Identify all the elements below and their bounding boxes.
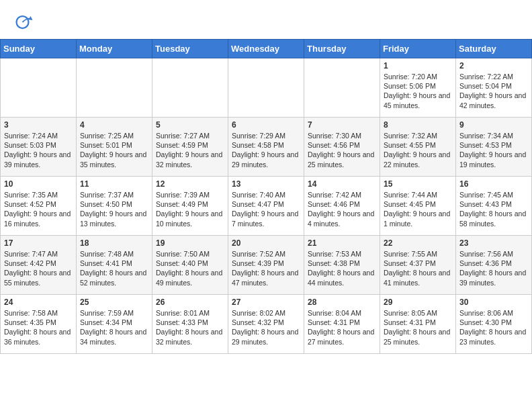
day-info: Sunrise: 8:02 AM Sunset: 4:32 PM Dayligh… (232, 308, 300, 347)
day-number: 9 (459, 120, 528, 130)
day-number: 25 (80, 298, 148, 307)
day-number: 26 (156, 298, 224, 307)
day-cell: 27Sunrise: 8:02 AM Sunset: 4:32 PM Dayli… (228, 295, 304, 354)
weekday-monday: Monday (77, 40, 152, 58)
day-cell: 22Sunrise: 7:55 AM Sunset: 4:37 PM Dayli… (380, 236, 456, 295)
day-info: Sunrise: 7:20 AM Sunset: 5:06 PM Dayligh… (384, 72, 452, 110)
day-info: Sunrise: 7:50 AM Sunset: 4:40 PM Dayligh… (156, 249, 224, 287)
day-number: 6 (232, 120, 300, 130)
day-info: Sunrise: 8:05 AM Sunset: 4:31 PM Dayligh… (384, 308, 452, 347)
day-cell: 3Sunrise: 7:24 AM Sunset: 5:03 PM Daylig… (1, 118, 77, 177)
day-number: 22 (384, 238, 452, 248)
day-cell: 20Sunrise: 7:52 AM Sunset: 4:39 PM Dayli… (228, 236, 304, 295)
weekday-friday: Friday (380, 40, 456, 58)
day-cell: 21Sunrise: 7:53 AM Sunset: 4:38 PM Dayli… (304, 236, 380, 295)
day-number: 24 (4, 298, 73, 307)
day-info: Sunrise: 7:29 AM Sunset: 4:58 PM Dayligh… (232, 131, 300, 169)
week-row-3: 10Sunrise: 7:35 AM Sunset: 4:52 PM Dayli… (1, 177, 532, 236)
day-number: 1 (384, 61, 452, 71)
day-info: Sunrise: 7:24 AM Sunset: 5:03 PM Dayligh… (4, 131, 73, 169)
day-cell: 26Sunrise: 8:01 AM Sunset: 4:33 PM Dayli… (152, 295, 228, 354)
day-cell (152, 58, 228, 118)
day-cell: 23Sunrise: 7:56 AM Sunset: 4:36 PM Dayli… (456, 236, 532, 295)
day-info: Sunrise: 8:01 AM Sunset: 4:33 PM Dayligh… (156, 308, 224, 347)
day-info: Sunrise: 7:42 AM Sunset: 4:46 PM Dayligh… (308, 190, 376, 228)
day-info: Sunrise: 7:59 AM Sunset: 4:34 PM Dayligh… (80, 308, 148, 347)
weekday-sunday: Sunday (1, 40, 77, 58)
weekday-saturday: Saturday (456, 40, 532, 58)
day-number: 14 (308, 179, 376, 189)
day-number: 7 (308, 120, 376, 130)
day-number: 10 (4, 179, 73, 189)
day-cell: 15Sunrise: 7:44 AM Sunset: 4:45 PM Dayli… (380, 177, 456, 236)
day-cell: 9Sunrise: 7:34 AM Sunset: 4:53 PM Daylig… (456, 118, 532, 177)
day-number: 12 (156, 179, 224, 189)
day-info: Sunrise: 7:34 AM Sunset: 4:53 PM Dayligh… (459, 131, 528, 169)
day-number: 3 (4, 120, 73, 130)
weekday-thursday: Thursday (304, 40, 380, 58)
day-number: 8 (384, 120, 452, 130)
day-info: Sunrise: 7:35 AM Sunset: 4:52 PM Dayligh… (4, 190, 73, 228)
day-number: 27 (232, 298, 300, 307)
day-cell: 28Sunrise: 8:04 AM Sunset: 4:31 PM Dayli… (304, 295, 380, 354)
day-cell: 17Sunrise: 7:47 AM Sunset: 4:42 PM Dayli… (1, 236, 77, 295)
day-info: Sunrise: 7:47 AM Sunset: 4:42 PM Dayligh… (4, 249, 73, 287)
day-info: Sunrise: 7:45 AM Sunset: 4:43 PM Dayligh… (459, 190, 528, 228)
day-info: Sunrise: 7:39 AM Sunset: 4:49 PM Dayligh… (156, 190, 224, 228)
day-cell: 19Sunrise: 7:50 AM Sunset: 4:40 PM Dayli… (152, 236, 228, 295)
day-number: 5 (156, 120, 224, 130)
day-info: Sunrise: 7:37 AM Sunset: 4:50 PM Dayligh… (80, 190, 148, 228)
day-info: Sunrise: 7:22 AM Sunset: 5:04 PM Dayligh… (459, 72, 528, 110)
day-cell: 24Sunrise: 7:58 AM Sunset: 4:35 PM Dayli… (1, 295, 77, 354)
weekday-header-row: SundayMondayTuesdayWednesdayThursdayFrid… (1, 40, 532, 58)
day-number: 23 (459, 238, 528, 248)
day-cell: 6Sunrise: 7:29 AM Sunset: 4:58 PM Daylig… (228, 118, 304, 177)
day-number: 18 (80, 238, 148, 248)
weekday-wednesday: Wednesday (228, 40, 304, 58)
day-number: 13 (232, 179, 300, 189)
day-number: 4 (80, 120, 148, 130)
day-info: Sunrise: 7:55 AM Sunset: 4:37 PM Dayligh… (384, 249, 452, 287)
week-row-2: 3Sunrise: 7:24 AM Sunset: 5:03 PM Daylig… (1, 118, 532, 177)
day-info: Sunrise: 7:44 AM Sunset: 4:45 PM Dayligh… (384, 190, 452, 228)
day-cell: 10Sunrise: 7:35 AM Sunset: 4:52 PM Dayli… (1, 177, 77, 236)
day-cell: 29Sunrise: 8:05 AM Sunset: 4:31 PM Dayli… (380, 295, 456, 354)
day-cell: 2Sunrise: 7:22 AM Sunset: 5:04 PM Daylig… (456, 58, 532, 118)
day-cell: 4Sunrise: 7:25 AM Sunset: 5:01 PM Daylig… (77, 118, 152, 177)
day-number: 30 (459, 298, 528, 307)
calendar-table: SundayMondayTuesdayWednesdayThursdayFrid… (0, 39, 532, 354)
day-cell: 1Sunrise: 7:20 AM Sunset: 5:06 PM Daylig… (380, 58, 456, 118)
week-row-4: 17Sunrise: 7:47 AM Sunset: 4:42 PM Dayli… (1, 236, 532, 295)
day-info: Sunrise: 7:32 AM Sunset: 4:55 PM Dayligh… (384, 131, 452, 169)
day-cell: 25Sunrise: 7:59 AM Sunset: 4:34 PM Dayli… (77, 295, 152, 354)
day-cell: 11Sunrise: 7:37 AM Sunset: 4:50 PM Dayli… (77, 177, 152, 236)
day-number: 29 (384, 298, 452, 307)
day-number: 16 (459, 179, 528, 189)
day-number: 2 (459, 61, 528, 71)
day-info: Sunrise: 7:52 AM Sunset: 4:39 PM Dayligh… (232, 249, 300, 287)
week-row-5: 24Sunrise: 7:58 AM Sunset: 4:35 PM Dayli… (1, 295, 532, 354)
day-cell: 14Sunrise: 7:42 AM Sunset: 4:46 PM Dayli… (304, 177, 380, 236)
day-info: Sunrise: 7:25 AM Sunset: 5:01 PM Dayligh… (80, 131, 148, 169)
day-cell (77, 58, 152, 118)
day-number: 20 (232, 238, 300, 248)
day-number: 19 (156, 238, 224, 248)
header (0, 0, 532, 36)
logo-icon (13, 12, 34, 32)
day-info: Sunrise: 7:30 AM Sunset: 4:56 PM Dayligh… (308, 131, 376, 169)
page: SundayMondayTuesdayWednesdayThursdayFrid… (0, 0, 532, 411)
week-row-1: 1Sunrise: 7:20 AM Sunset: 5:06 PM Daylig… (1, 58, 532, 118)
day-cell: 18Sunrise: 7:48 AM Sunset: 4:41 PM Dayli… (77, 236, 152, 295)
day-number: 28 (308, 298, 376, 307)
day-info: Sunrise: 8:04 AM Sunset: 4:31 PM Dayligh… (308, 308, 376, 347)
day-cell: 16Sunrise: 7:45 AM Sunset: 4:43 PM Dayli… (456, 177, 532, 236)
day-info: Sunrise: 7:56 AM Sunset: 4:36 PM Dayligh… (459, 249, 528, 287)
day-cell: 5Sunrise: 7:27 AM Sunset: 4:59 PM Daylig… (152, 118, 228, 177)
day-info: Sunrise: 7:27 AM Sunset: 4:59 PM Dayligh… (156, 131, 224, 169)
day-info: Sunrise: 7:58 AM Sunset: 4:35 PM Dayligh… (4, 308, 73, 347)
day-cell (1, 58, 77, 118)
day-cell (228, 58, 304, 118)
day-cell: 12Sunrise: 7:39 AM Sunset: 4:49 PM Dayli… (152, 177, 228, 236)
logo (13, 12, 36, 32)
day-cell (304, 58, 380, 118)
